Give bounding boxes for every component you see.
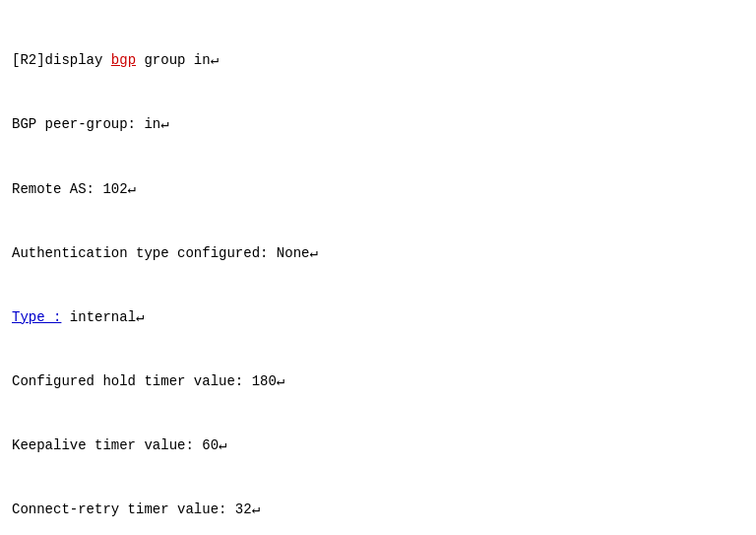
line-keepalive: Keepalive timer value: 60↵: [12, 435, 744, 457]
line-peer-group: BGP peer-group: in↵: [12, 114, 744, 136]
line-hold: Configured hold timer value: 180↵: [12, 371, 744, 393]
bgp-keyword: bgp: [111, 52, 136, 68]
line-remote-as: Remote AS: 102↵: [12, 179, 744, 201]
line-connect-retry: Connect-retry timer value: 32↵: [12, 500, 744, 521]
line-auth: Authentication type configured: None↵: [12, 243, 744, 265]
type-label: Type :: [12, 309, 61, 325]
cmd-prefix: [R2]display: [12, 52, 111, 68]
terminal-output: [R2]display bgp group in↵ BGP peer-group…: [12, 8, 744, 535]
line-type: Type : internal↵: [12, 307, 744, 329]
cmd-suffix: group in↵: [136, 52, 219, 68]
cmd-line: [R2]display bgp group in↵: [12, 50, 744, 72]
